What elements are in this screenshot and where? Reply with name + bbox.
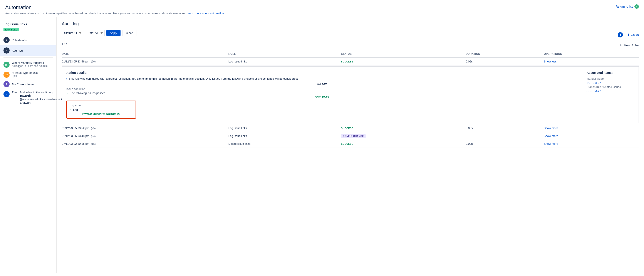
rule-name: Log issue links [4, 22, 53, 26]
condition-label: Issue condition [66, 87, 578, 90]
rule-details-icon: ℹ [4, 37, 10, 43]
action-item: ≡ Then: Add value to the audit Log Inwar… [0, 89, 56, 106]
date-cell: 01/12/23 05:03:52 pm (25) [62, 124, 228, 132]
page-subtitle: Automation rules allow you to automate r… [5, 12, 639, 15]
return-checkmark-icon: ✓ [634, 4, 639, 9]
table-header-row: Date Rule Status Duration Operations [62, 51, 639, 58]
show-more-link[interactable]: Show more [544, 142, 558, 146]
sidebar: Log issue links ENABLED ℹ Rule details ≡… [0, 17, 56, 274]
sidebar-navigation: ℹ Rule details ≡ Audit log [0, 35, 56, 56]
sidebar-item-label: Rule details [12, 38, 26, 42]
for-current-icon: P [4, 81, 10, 87]
operations-cell: Show less [544, 58, 639, 66]
status-badge: CONFIG CHANGE [341, 134, 366, 138]
table-row: 27/11/23 02:30:15 pm (15) Delete issue l… [62, 140, 639, 148]
operations-cell: Show more [544, 140, 639, 148]
for-current-item: P For Current issue [0, 80, 56, 89]
top-bar: Status: All Date: All Apply Clear ℹ ⬆ Ex… [62, 30, 639, 40]
associated-title: Associated items: [586, 71, 634, 74]
operations-cell: Show more [544, 132, 639, 140]
status-cell: SUCCESS [341, 58, 466, 66]
check-icon: ✓ [66, 92, 69, 95]
show-less-link[interactable]: Show less [544, 60, 556, 63]
table-row: 01/12/23 05:03:48 pm (24) Log issue link… [62, 132, 639, 140]
assoc-scrum27-link2[interactable]: SCRUM-27 [586, 90, 634, 93]
assoc-manual-trigger: Manual trigger [586, 77, 634, 80]
date-cell: 01/12/23 05:23:56 pm (26) [62, 58, 228, 66]
date-filter[interactable]: Date: All [85, 30, 105, 36]
status-badge: SUCCESS [341, 60, 353, 63]
results-count: 1-14 [62, 42, 68, 46]
table-row: 01/12/23 05:23:56 pm (26) Log issue link… [62, 58, 639, 66]
expanded-details-row: Action details: ℹ This rule was configur… [62, 66, 639, 124]
project-name: SCRUM [66, 82, 578, 86]
status-badge: SUCCESS [341, 142, 353, 145]
page-number: 1 [632, 44, 633, 47]
sidebar-item-rule-details[interactable]: ℹ Rule details [0, 35, 56, 45]
pagination: ↻ Prev 1 Ne [620, 44, 639, 47]
associated-items-panel: Associated items: Manual trigger SCRUM-2… [582, 66, 638, 123]
export-button[interactable]: ⬆ Export [627, 33, 639, 36]
sidebar-item-label: Audit log [12, 49, 23, 52]
show-more-link[interactable]: Show more [544, 126, 558, 130]
trigger-icon: ▶ [4, 62, 10, 68]
status-filter[interactable]: Status: All [62, 30, 83, 36]
clear-button[interactable]: Clear [122, 30, 136, 36]
col-rule: Rule [228, 51, 341, 58]
issue-link-scrum27[interactable]: SCRUM-27 [66, 96, 578, 99]
return-to-list-button[interactable]: Return to list ✓ [616, 4, 639, 9]
operations-cell: Show more [544, 124, 639, 132]
col-duration: Duration [466, 51, 544, 58]
trigger-title: When: Manually triggered [12, 61, 53, 64]
condition-icon: ⇄ [4, 72, 10, 78]
audit-log-icon: ≡ [4, 48, 10, 54]
next-button[interactable]: Ne [635, 44, 639, 47]
page-title: Automation [5, 4, 639, 10]
date-cell: 01/12/23 05:03:48 pm (24) [62, 132, 228, 140]
filters: Status: All Date: All Apply Clear [62, 30, 136, 36]
outward-value: Inward: Outward: SCRUM-26 [70, 112, 133, 116]
restriction-info: This rule was configured with a project … [69, 77, 298, 80]
rule-cell: Log issue links [228, 132, 341, 140]
show-more-link[interactable]: Show more [544, 134, 558, 138]
duration-cell [466, 132, 544, 140]
expanded-content: Action details: ℹ This rule was configur… [62, 66, 639, 123]
inward-label: Inward: [20, 94, 31, 98]
for-current-label: For Current issue [12, 83, 34, 86]
audit-log-title: Audit log [62, 21, 639, 26]
trigger-subtitle: All logged in users can run rule. [12, 64, 53, 68]
learn-more-link[interactable]: Learn more about automation [187, 12, 224, 15]
sidebar-divider [4, 58, 53, 58]
col-status: Status [341, 51, 466, 58]
prev-button[interactable]: Prev [624, 44, 630, 47]
duration-cell: 0.06s [466, 124, 544, 132]
action-icon: ≡ [4, 91, 10, 97]
rule-header: Log issue links ENABLED [0, 20, 56, 35]
log-label: Log [73, 108, 78, 112]
rule-cell: Log issue links [228, 58, 341, 66]
main-content: Audit log Status: All Date: All Apply Cl… [56, 17, 644, 274]
status-cell: CONFIG CHANGE [341, 132, 466, 140]
log-action-title: Log action [70, 104, 133, 107]
condition-section: Issue condition ✓ The following issues p… [66, 87, 578, 99]
date-cell: 27/11/23 02:30:15 pm (15) [62, 140, 228, 148]
info-button[interactable]: ℹ [618, 32, 623, 38]
sidebar-item-audit-log[interactable]: ≡ Audit log [0, 45, 56, 56]
assoc-scrum27-link1[interactable]: SCRUM-27 [586, 81, 634, 84]
table-row: 01/12/23 05:03:52 pm (25) Log issue link… [62, 124, 639, 132]
status-badge: SUCCESS [341, 127, 353, 130]
issues-passed-label: The following issues passed: [70, 92, 106, 95]
apply-button[interactable]: Apply [106, 30, 120, 36]
col-operations: Operations [544, 51, 639, 58]
rule-cell: Log issue links [228, 124, 341, 132]
rule-cell: Delete issue links [228, 140, 341, 148]
duration-cell: 0.02s [466, 58, 544, 66]
status-cell: SUCCESS [341, 124, 466, 132]
info-icon: ℹ [66, 77, 68, 80]
trigger-item: ▶ When: Manually triggered All logged in… [0, 60, 56, 70]
status-cell: SUCCESS [341, 140, 466, 148]
check-icon: ✓ [70, 108, 72, 112]
main-layout: Log issue links ENABLED ℹ Rule details ≡… [0, 17, 644, 274]
refresh-button[interactable]: ↻ [620, 44, 622, 47]
log-action-box: Log action ✓ Log Inward: Outward: SCRUM-… [66, 100, 136, 119]
